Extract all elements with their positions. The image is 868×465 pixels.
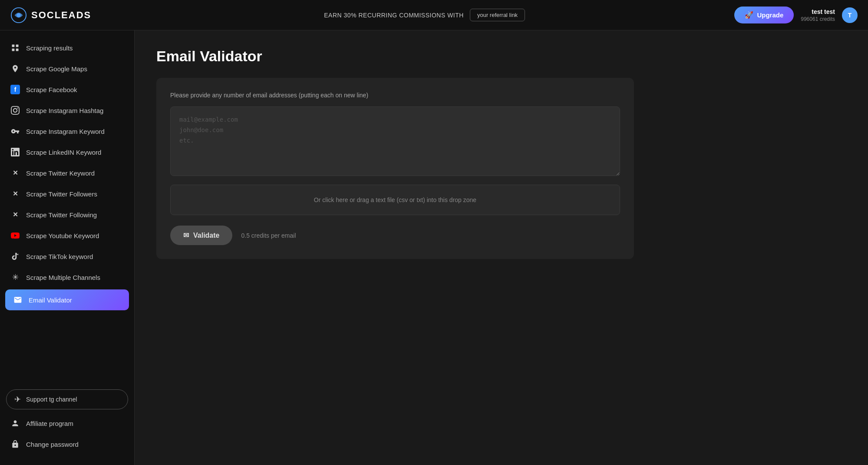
avatar[interactable]: T [842,7,858,23]
sidebar-label: Scrape Twitter Keyword [26,169,95,177]
referral-link-box[interactable]: your referral link [470,9,525,21]
svg-rect-2 [12,45,15,47]
validate-button[interactable]: ✉ Validate [170,226,232,245]
affiliate-icon [10,418,20,428]
sidebar-label: Scrape Google Maps [26,65,87,73]
linkedin-icon [10,147,20,157]
twitter-x-icon: ✕ [10,168,20,178]
logo-area: SOCLEADS [10,7,115,23]
svg-point-1 [17,13,21,17]
telegram-icon: ✈ [14,395,21,404]
sidebar-label: Scrape LinkedIN Keyword [26,149,101,156]
sidebar-item-instagram-keyword[interactable]: Scrape Instagram Keyword [0,121,134,142]
asterisk-icon: ✳ [10,272,20,282]
card-instruction: Please provide any number of email addre… [170,92,620,99]
logo-text: SOCLEADS [31,10,91,21]
sidebar-label: Email Validator [29,296,72,304]
referral-section: EARN 30% RECURRING COMMISSIONS WITH your… [123,9,726,21]
upgrade-button[interactable]: 🚀 Upgrade [734,7,794,23]
sidebar-item-affiliate[interactable]: Affiliate program [0,413,134,434]
email-textarea[interactable] [170,106,620,176]
key-icon [10,126,20,136]
rocket-icon: 🚀 [745,11,753,19]
body-layout: Scraping results Scrape Google Maps f Sc… [0,30,868,465]
sidebar-label: Scrape Youtube Keyword [26,232,99,239]
svg-rect-4 [12,49,15,51]
main-content: Email Validator Please provide any numbe… [135,30,868,465]
sidebar-item-twitter-followers[interactable]: ✕ Scrape Twitter Followers [0,183,134,204]
validate-envelope-icon: ✉ [183,231,189,239]
grid-icon [10,43,20,53]
instagram-icon [10,106,20,115]
sidebar-label: Scrape Twitter Following [26,211,97,219]
svg-rect-5 [16,49,19,51]
validate-label: Validate [193,232,219,239]
upgrade-label: Upgrade [757,11,783,19]
header: SOCLEADS EARN 30% RECURRING COMMISSIONS … [0,0,868,30]
facebook-icon: f [10,85,20,94]
affiliate-label: Affiliate program [26,420,73,427]
sidebar-item-email-validator[interactable]: Email Validator [5,289,129,310]
sidebar-label: Scrape Facebook [26,86,77,93]
sidebar-label: Scrape Multiple Channels [26,274,100,281]
sidebar-label: Scrape Instagram Hashtag [26,107,103,114]
lock-icon [10,439,20,449]
user-credits: 996061 credits [801,16,835,22]
sidebar-label: Scraping results [26,44,73,52]
user-info: test test 996061 credits [801,8,835,22]
sidebar-item-linkedin-keyword[interactable]: Scrape LinkedIN Keyword [0,142,134,163]
user-name: test test [812,8,835,15]
validate-row: ✉ Validate 0.5 credits per email [170,226,620,245]
tiktok-icon [10,252,20,261]
email-validator-icon [13,295,23,305]
sidebar-label: Scrape TikTok keyword [26,253,93,260]
support-label: Support tg channel [26,396,77,403]
sidebar-label: Scrape Twitter Followers [26,190,97,198]
location-icon [10,64,20,73]
change-password-label: Change password [26,441,79,448]
page-title: Email Validator [156,48,846,65]
sidebar-item-tiktok-keyword[interactable]: Scrape TikTok keyword [0,246,134,267]
sidebar-item-twitter-keyword[interactable]: ✕ Scrape Twitter Keyword [0,163,134,183]
sidebar-item-instagram-hashtag[interactable]: Scrape Instagram Hashtag [0,100,134,121]
dropzone[interactable]: Or click here or drag a text file (csv o… [170,185,620,215]
sidebar-item-facebook[interactable]: f Scrape Facebook [0,79,134,100]
twitter-x-following-icon: ✕ [10,210,20,219]
sidebar-label: Scrape Instagram Keyword [26,128,105,135]
sidebar-item-twitter-following[interactable]: ✕ Scrape Twitter Following [0,204,134,225]
sidebar-item-google-maps[interactable]: Scrape Google Maps [0,58,134,79]
sidebar-item-youtube-keyword[interactable]: Scrape Youtube Keyword [0,225,134,246]
youtube-icon [10,231,20,240]
sidebar-item-scraping-results[interactable]: Scraping results [0,37,134,58]
twitter-x-followers-icon: ✕ [10,189,20,199]
sidebar-bottom: ✈ Support tg channel Affiliate program C… [0,386,134,458]
sidebar-item-multiple-channels[interactable]: ✳ Scrape Multiple Channels [0,267,134,288]
logo-icon [10,7,27,23]
sidebar-item-change-password[interactable]: Change password [0,434,134,455]
referral-earn-text: EARN 30% RECURRING COMMISSIONS WITH [324,12,464,19]
sidebar: Scraping results Scrape Google Maps f Sc… [0,30,135,465]
svg-rect-3 [16,45,19,47]
credits-note: 0.5 credits per email [241,232,296,239]
support-tg-button[interactable]: ✈ Support tg channel [6,389,128,409]
header-right: 🚀 Upgrade test test 996061 credits T [734,7,858,23]
dropzone-text: Or click here or drag a text file (csv o… [314,196,476,203]
email-validator-card: Please provide any number of email addre… [156,78,634,259]
